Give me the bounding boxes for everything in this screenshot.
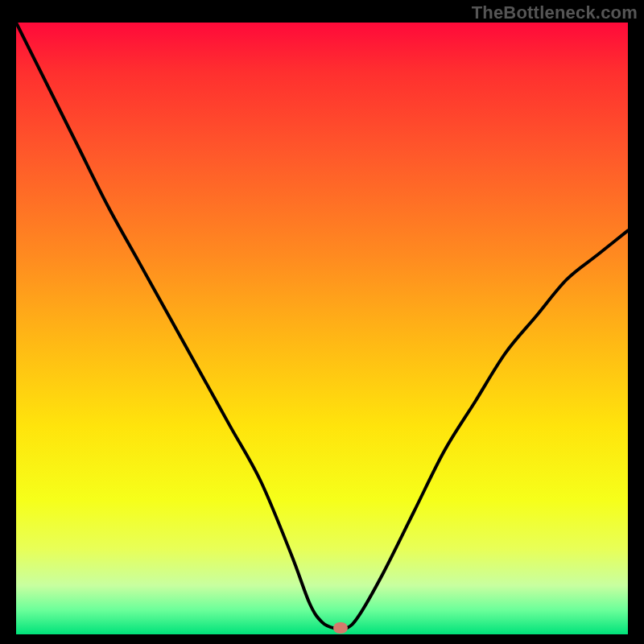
chart-frame: TheBottleneck.com — [0, 0, 644, 644]
optimal-point-marker — [333, 622, 348, 634]
plot-area — [16, 23, 628, 634]
bottleneck-curve — [16, 23, 628, 630]
curve-svg — [16, 23, 628, 634]
watermark-text: TheBottleneck.com — [472, 2, 638, 23]
